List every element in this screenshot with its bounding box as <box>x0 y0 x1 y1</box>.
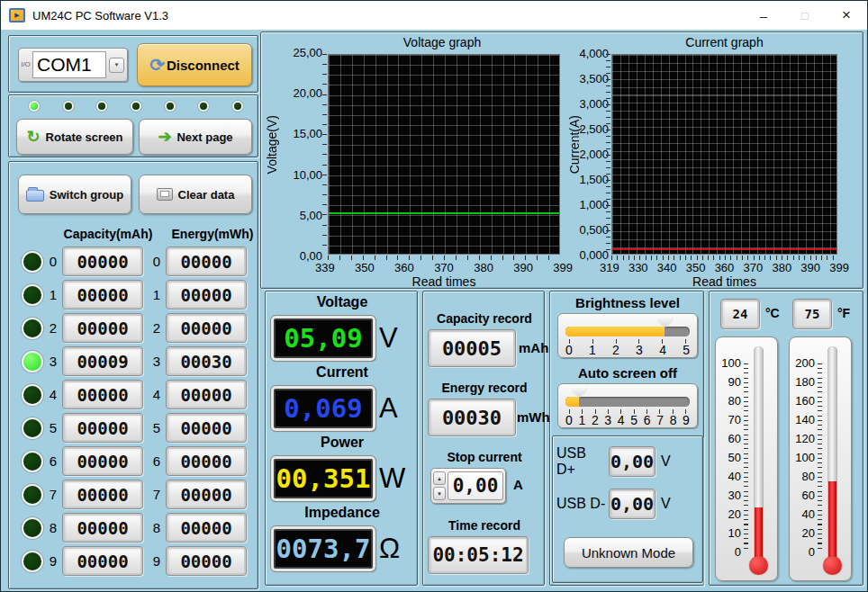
x-tick-label: 350 <box>355 261 375 274</box>
impedance-display: 0073,7 <box>271 526 375 571</box>
y-tick-label: 15,00 <box>293 127 322 140</box>
current-graph-xticks: 319330340350360370380390399 <box>600 261 849 274</box>
voltage-graph: Voltage graph Voltage(V) 25,0020,0015,00… <box>263 32 567 290</box>
brightness-track[interactable] <box>565 327 690 336</box>
disconnect-label: Disconnect <box>167 58 240 73</box>
scale-number: 90 <box>728 376 741 389</box>
energy-row-index: 2 <box>150 320 163 336</box>
capacity-value-display: 00000 <box>62 380 143 409</box>
energy-row-index: 3 <box>150 354 163 369</box>
minimize-button[interactable]: – <box>743 1 784 30</box>
scale-number: 160 <box>795 395 815 408</box>
app-icon: ▶ <box>9 8 25 22</box>
scale-number: 80 <box>802 471 815 483</box>
voltage-y-tickmarks <box>322 54 327 255</box>
screen-off-scale: 0123456789 <box>565 413 690 427</box>
capacity-row-index: 0 <box>47 254 59 269</box>
disconnect-button[interactable]: ⟳ Disconnect <box>137 43 252 86</box>
clear-data-label: Clear data <box>178 188 235 202</box>
scale-number: 60 <box>728 433 741 445</box>
clear-data-button[interactable]: Clear data <box>139 175 252 214</box>
close-button[interactable]: × <box>826 1 867 30</box>
x-tick-label: 399 <box>829 261 849 274</box>
capacity-row-index: 7 <box>47 487 59 502</box>
scale-number: 4 <box>659 343 666 357</box>
status-led <box>131 101 141 112</box>
y-tick-label: 4,000 <box>579 47 609 60</box>
scale-number: 0 <box>565 413 573 427</box>
switch-group-label: Switch group <box>50 188 123 202</box>
capacity-row-index: 4 <box>47 387 59 402</box>
usb-dplus-display: 0,00 <box>609 446 656 477</box>
capacity-value-display: 00000 <box>62 280 143 309</box>
nav-group: ↻ Rotate screen ➔ Next page <box>8 94 258 157</box>
energy-value-display: 00000 <box>166 280 247 309</box>
connection-group: I/O COM1 ▼ ⟳ Disconnect <box>8 35 258 93</box>
capacity-row-index: 3 <box>47 354 59 369</box>
group-led <box>22 484 43 506</box>
scale-number: 6 <box>644 413 651 427</box>
arrow-right-icon: ➔ <box>158 127 171 147</box>
status-led <box>232 101 243 112</box>
next-page-button[interactable]: ➔ Next page <box>139 119 252 155</box>
energy-value-display: 00030 <box>166 346 247 376</box>
capacity-value-display: 00000 <box>62 480 143 509</box>
scale-number: 140 <box>795 414 815 426</box>
x-tick-label: 360 <box>394 261 414 274</box>
switch-group-button[interactable]: Switch group <box>18 175 131 214</box>
screen-off-track[interactable] <box>565 397 690 407</box>
voltage-graph-xticks: 339350360370380390399 <box>315 261 573 274</box>
brightness-slider[interactable]: 012345 <box>557 313 698 358</box>
group-led <box>22 351 43 372</box>
energy-value-display: 00000 <box>166 413 247 443</box>
current-unit: A <box>379 386 419 431</box>
graphs-panel: Voltage graph Voltage(V) 25,0020,0015,00… <box>260 31 863 289</box>
group-rows: 0 00000 0 00000 1 00000 1 00000 <box>9 245 259 578</box>
scale-number: 1 <box>578 413 585 427</box>
settings-panel: Brightness level 012345 Auto screen off <box>549 291 704 586</box>
y-tick-label: 0,500 <box>579 223 609 237</box>
com-port-value[interactable]: COM1 <box>32 51 106 78</box>
power-display: 00,351 <box>271 456 375 501</box>
group-row: 6 00000 6 00000 <box>9 444 259 478</box>
spin-down-icon[interactable]: ▼ <box>433 487 446 500</box>
stop-current-field[interactable]: 0,00 <box>448 471 503 500</box>
usb-dminus-row: USB D- 0,00 V <box>556 489 699 519</box>
y-tick-label: 20,00 <box>293 86 322 100</box>
fahrenheit-scale: 200180160140120100806040200 <box>790 357 815 559</box>
fahrenheit-bulb <box>823 556 842 575</box>
mode-button[interactable]: Unknown Mode <box>564 537 693 568</box>
scale-number: 180 <box>795 376 815 389</box>
scale-number: 30 <box>728 489 741 502</box>
voltage-graph-xlabel: Read times <box>328 274 560 289</box>
usb-dplus-row: USB D+ 0,00 V <box>556 445 699 478</box>
capacity-row-index: 5 <box>47 420 59 435</box>
celsius-tickmarks <box>744 363 748 552</box>
com-port-combobox[interactable]: I/O COM1 ▼ <box>18 48 128 82</box>
x-tick-label: 380 <box>772 261 791 274</box>
scale-number: 20 <box>802 527 815 540</box>
status-led <box>96 101 107 112</box>
celsius-scale: 1009080706050403020100 <box>716 357 741 559</box>
y-tick-label: 5,00 <box>300 209 322 222</box>
group-row: 0 00000 0 00000 <box>9 245 259 278</box>
group-led <box>22 517 43 539</box>
stop-current-spinner[interactable]: ▲ ▼ 0,00 <box>430 468 506 504</box>
energy-value-display: 00000 <box>166 546 247 576</box>
group-row: 7 00000 7 00000 <box>9 478 259 511</box>
spin-up-icon[interactable]: ▲ <box>433 471 446 485</box>
refresh-icon: ⟳ <box>149 54 165 76</box>
meters-panel: Voltage 05,09 V Current 0,069 A Power 00… <box>265 291 418 586</box>
energy-row-index: 5 <box>150 420 163 435</box>
voltage-plot-area <box>328 54 560 255</box>
current-y-tickmarks <box>606 54 610 255</box>
rotate-screen-button[interactable]: ↻ Rotate screen <box>16 119 133 155</box>
y-tick-label: 25,00 <box>293 46 322 59</box>
chevron-down-icon[interactable]: ▼ <box>109 58 124 73</box>
x-tick-label: 370 <box>434 261 454 274</box>
screen-off-slider[interactable]: 0123456789 <box>557 383 698 428</box>
energy-row-index: 6 <box>150 453 163 469</box>
usb-dplus-label: USB D+ <box>556 445 609 478</box>
scale-number: 7 <box>656 413 664 427</box>
capacity-value-display: 00000 <box>62 546 143 576</box>
